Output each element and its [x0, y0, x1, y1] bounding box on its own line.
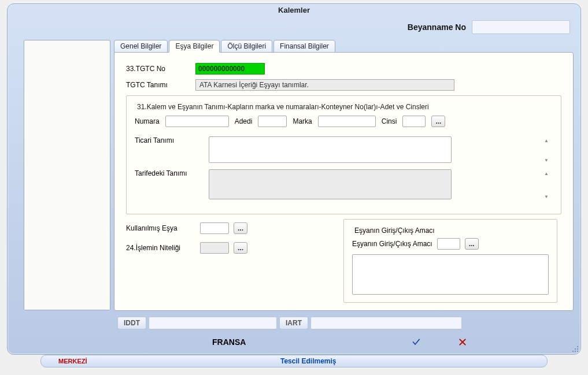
scroll-arrows-icon: ▲▼	[544, 171, 551, 199]
header-row: Beyanname No	[117, 18, 570, 40]
status-bar: MERKEZİ Tescil Edilmemiş	[40, 355, 548, 367]
purpose-legend: Eşyanın Giriş/Çıkış Amacı	[352, 227, 437, 235]
beyanname-input[interactable]	[472, 20, 570, 34]
ticari-tanimi-textarea[interactable]	[209, 136, 452, 163]
group31-fieldset: 31.Kalem ve Eşyanın Tanımı-Kapların mark…	[126, 95, 561, 214]
islem-niteligi-label: 24.İşlemin Niteliği	[126, 244, 195, 252]
kalemler-dialog: Kalemler Beyanname No Genel Bilgiler Eşy…	[7, 3, 581, 355]
tab-genel-bilgiler[interactable]: Genel Bilgiler	[114, 40, 168, 53]
tab-panel-esya: 33.TGTC No TGTC Tanımı 31.Kalem ve Eşyan…	[114, 52, 574, 311]
kullanilmis-label: Kullanılmış Eşya	[126, 224, 195, 232]
cinsi-lookup-button[interactable]: ...	[431, 116, 445, 127]
iddt-input[interactable]	[149, 317, 277, 329]
footer-codes: IDDT IART	[8, 311, 580, 333]
islem-niteligi-input	[200, 242, 229, 254]
kullanilmis-input[interactable]	[200, 222, 229, 234]
purpose-inner-label: Eşyanın Giriş/Çıkış Amacı	[352, 240, 432, 248]
status-center: Tescil Edilmemiş	[87, 357, 530, 365]
tgtc-no-label: 33.TGTC No	[126, 65, 191, 73]
marka-input[interactable]	[318, 116, 376, 127]
cinsi-label: Cinsi	[382, 117, 397, 125]
tab-finansal-bilgiler[interactable]: Finansal Bilgiler	[273, 40, 335, 53]
purpose-textarea[interactable]	[352, 254, 549, 295]
adedi-label: Adedi	[235, 117, 253, 125]
iart-input[interactable]	[310, 317, 462, 329]
purpose-input[interactable]	[437, 238, 460, 250]
tab-olcu-bilgileri[interactable]: Ölçü Bilgileri	[221, 40, 272, 53]
tarifedeki-tanimi-textarea	[209, 169, 452, 199]
numara-input[interactable]	[165, 116, 229, 127]
tab-esya-bilgiler[interactable]: Eşya Bilgiler	[169, 40, 220, 53]
scroll-arrows-icon: ▲▼	[544, 138, 551, 163]
group31-title: 31.Kalem ve Eşyanın Tanımı-Kapların mark…	[135, 103, 431, 111]
dialog-title: Kalemler	[8, 4, 580, 18]
ticari-tanimi-label: Ticari Tanımı	[135, 136, 204, 144]
beyanname-label: Beyanname No	[408, 23, 466, 32]
status-left: MERKEZİ	[58, 358, 87, 365]
tarifedeki-tanimi-label: Tarifedeki Tanımı	[135, 169, 204, 177]
country-label: FRANSA	[212, 337, 246, 347]
islem-niteligi-lookup-button[interactable]: ...	[234, 242, 247, 254]
tgtc-tanimi-label: TGTC Tanımı	[126, 81, 191, 89]
resize-grip-icon[interactable]	[570, 344, 578, 352]
tgtc-no-input[interactable]	[195, 63, 265, 75]
adedi-input[interactable]	[258, 116, 287, 127]
numara-label: Numara	[135, 117, 160, 125]
left-list-panel[interactable]	[24, 40, 110, 310]
cancel-x-icon[interactable]	[457, 336, 468, 348]
tabs-area: Genel Bilgiler Eşya Bilgiler Ölçü Bilgil…	[114, 40, 574, 311]
kullanilmis-lookup-button[interactable]: ...	[234, 222, 247, 234]
iart-label: IART	[279, 317, 308, 329]
purpose-lookup-button[interactable]: ...	[465, 238, 479, 250]
purpose-fieldset: Eşyanın Giriş/Çıkış Amacı Eşyanın Giriş/…	[343, 219, 557, 303]
tab-buttons: Genel Bilgiler Eşya Bilgiler Ölçü Bilgil…	[114, 40, 574, 53]
cinsi-input[interactable]	[402, 116, 426, 127]
tgtc-tanimi-field	[195, 79, 454, 91]
marka-label: Marka	[293, 117, 312, 125]
bottom-row: FRANSA	[8, 333, 580, 350]
confirm-check-icon[interactable]	[411, 336, 422, 348]
iddt-label: IDDT	[117, 317, 146, 329]
